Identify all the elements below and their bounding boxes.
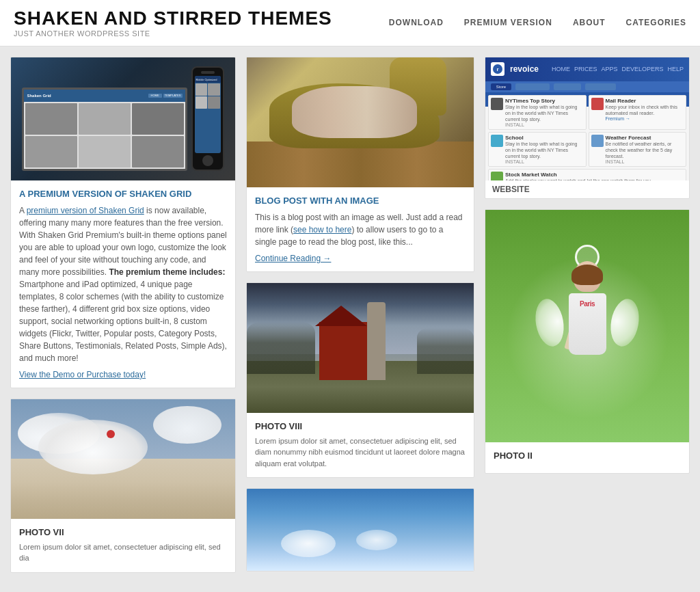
- photo2-image: + Paris: [485, 210, 689, 442]
- column-1: Shaken Grid HOME TEMPLATES: [10, 57, 236, 583]
- nav-categories[interactable]: CATEGORIES: [626, 18, 686, 27]
- photo2-body: PHOTO II: [485, 442, 689, 473]
- nav-download[interactable]: DOWNLOAD: [389, 18, 444, 27]
- premium-card-title: A PREMIUM VERSION OF SHAKEN GRID: [19, 189, 227, 199]
- photo7-title: PHOTO VII: [19, 527, 227, 537]
- premium-card-text: A premium version of Shaken Grid is now …: [19, 204, 227, 364]
- revoice-widgets: NYTimes Top Story Stay in the loop with …: [485, 92, 689, 180]
- blog-post-text: This is a blog post with an image as wel…: [255, 211, 466, 248]
- photo7-card-body: PHOTO VII Lorem ipsum dolor sit amet, co…: [11, 519, 235, 572]
- sky-image: [247, 489, 474, 571]
- sky-card: [246, 488, 474, 571]
- photo8-title: PHOTO VIII: [255, 421, 466, 431]
- blog-post-title: BLOG POST WITH AN IMAGE: [255, 196, 466, 206]
- blog-post-image: [247, 57, 474, 187]
- revoice-nav: HOME PRICES APPS DEVELOPERS HELP: [552, 66, 684, 72]
- site-title: SHAKEN AND STIRRED THEMES: [14, 8, 332, 29]
- premium-bold: The premium theme includes:: [109, 267, 225, 277]
- blog-post-body: BLOG POST WITH AN IMAGE This is a blog p…: [247, 187, 474, 271]
- photo8-image: [247, 283, 474, 413]
- revoice-image: r revoice HOME PRICES APPS DEVELOPERS HE…: [485, 57, 689, 180]
- photo7-image: [11, 399, 235, 519]
- premium-card-body: A PREMIUM VERSION OF SHAKEN GRID A premi…: [11, 180, 235, 388]
- site-title-block: SHAKEN AND STIRRED THEMES JUST ANOTHER W…: [14, 8, 332, 38]
- continue-reading-link[interactable]: Continue Reading →: [255, 254, 466, 263]
- revoice-logo: revoice: [510, 64, 539, 74]
- photo8-body: PHOTO VIII Lorem ipsum dolor sit amet, c…: [247, 413, 474, 478]
- premium-image: Shaken Grid HOME TEMPLATES: [11, 57, 235, 180]
- photo7-card: PHOTO VII Lorem ipsum dolor sit amet, co…: [10, 399, 236, 573]
- website-label: WEBSITE: [485, 180, 689, 198]
- photo7-text: Lorem ipsum dolor sit amet, consectetuer…: [19, 541, 227, 564]
- header: SHAKEN AND STIRRED THEMES JUST ANOTHER W…: [0, 0, 700, 46]
- revoice-widget-stocks: Stock Market Watch Add the stocks you wa…: [488, 169, 686, 180]
- revoice-header: r revoice HOME PRICES APPS DEVELOPERS HE…: [485, 57, 689, 81]
- premium-card: Shaken Grid HOME TEMPLATES: [10, 57, 236, 388]
- nav-premium[interactable]: PREMIUM VERSION: [464, 18, 552, 27]
- revoice-widget-school: School Stay in the loop with what is goi…: [488, 132, 587, 167]
- main-nav: DOWNLOAD PREMIUM VERSION ABOUT CATEGORIE…: [389, 18, 686, 27]
- revoice-widget-nytimes: NYTimes Top Story Stay in the loop with …: [488, 95, 587, 130]
- photo2-title: PHOTO II: [494, 450, 681, 461]
- nav-about[interactable]: ABOUT: [573, 18, 606, 27]
- site-tagline: JUST ANOTHER WORDPRESS SITE: [14, 29, 332, 38]
- demo-purchase-link[interactable]: View the Demo or Purchase today!: [19, 370, 227, 379]
- website-card: r revoice HOME PRICES APPS DEVELOPERS HE…: [485, 57, 690, 199]
- photo2-card: + Paris: [485, 209, 690, 474]
- premium-features: Smartphone and iPad optimized, 4 unique …: [19, 280, 227, 363]
- column-3: r revoice HOME PRICES APPS DEVELOPERS HE…: [485, 57, 690, 583]
- photo8-card: PHOTO VIII Lorem ipsum dolor sit amet, c…: [246, 282, 474, 479]
- premium-version-link[interactable]: premium version of Shaken Grid: [27, 206, 144, 215]
- column-2: BLOG POST WITH AN IMAGE This is a blog p…: [246, 57, 474, 583]
- main-content: Shaken Grid HOME TEMPLATES: [0, 46, 700, 592]
- photo8-text: Lorem ipsum dolor sit amet, consectetuer…: [255, 435, 466, 470]
- blog-post-card: BLOG POST WITH AN IMAGE This is a blog p…: [246, 57, 474, 272]
- revoice-widget-mail: Mail Reader Keep your inbox in check wit…: [589, 95, 687, 130]
- revoice-widget-weather: Weather Forecast Be notified of weather …: [589, 132, 687, 167]
- how-to-link[interactable]: see how to here: [293, 225, 351, 234]
